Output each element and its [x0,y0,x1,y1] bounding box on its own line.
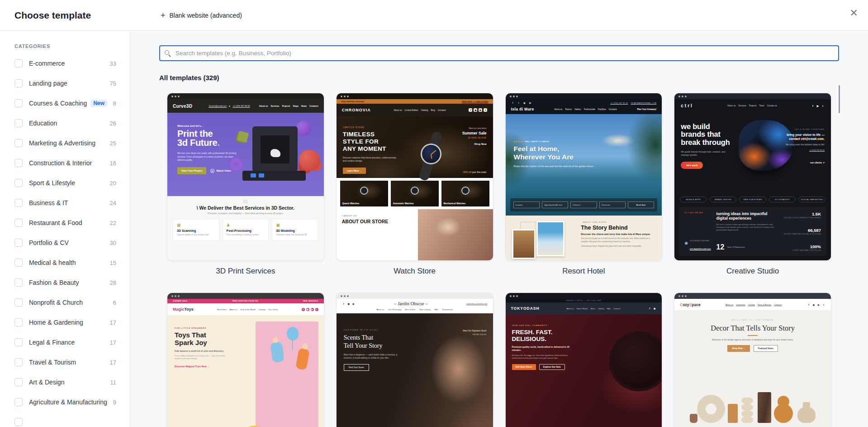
category-item[interactable]: Sport & Lifestyle 20 [14,173,116,193]
template-card-3d-print-services[interactable]: Curve3D 3d.print@email.com+1 (234) 567 8… [167,93,324,276]
facebook-icon: f [648,307,651,310]
category-item[interactable]: Art & Design 11 [14,372,116,392]
template-card-tokyodash[interactable]: ORDER 3 SETS — GET 10% OFF TOKYODASH Abo… [506,293,662,427]
category-item[interactable]: Portfolio & CV 30 [14,233,116,253]
category-count: 28 [110,279,116,286]
category-item[interactable]: Marketing & Advertising 25 [14,133,116,153]
help-note: NEED HELP: +1 (958) 123-4567 [462,101,488,103]
category-label: Art & Design [29,379,65,386]
category-checkbox[interactable] [14,259,23,267]
category-checkbox[interactable] [14,338,23,346]
mini-nav: About usInspirationCatalogNews & Article… [726,303,782,306]
template-thumbnail[interactable]: Curve3D 3d.print@email.com+1 (234) 567 8… [167,93,324,260]
category-checkbox[interactable] [14,358,23,366]
blank-website-button[interactable]: + Blank website (advanced) [161,11,242,19]
category-item[interactable]: Fashion & Beauty 28 [14,273,116,293]
feature-card: ▦3D ScanningCapture details of your prod… [173,219,219,241]
category-item[interactable] [14,412,116,427]
template-card-jardin-obscur[interactable]: f◉▶ – Jardin Obscur – jardinobscur@email… [337,293,493,427]
template-thumbnail[interactable]: FREE SHIPPING FROM $50 NEED HELP: +1 (95… [337,93,493,260]
book-now-button: Book Now [628,202,654,208]
category-item[interactable]: Agriculture & Manufacturing 9 [14,392,116,412]
mini-header-cta: Plan Your Getaway! [637,108,657,110]
category-checkbox[interactable] [14,139,23,147]
category-item[interactable]: Education 26 [14,113,116,133]
category-checkbox[interactable] [14,199,23,207]
category-label: E-commerce [29,60,65,67]
mini-contacts: 3d.print@email.com+1 (234) 567 89 00 [209,105,250,107]
category-checkbox[interactable] [14,398,23,406]
mini-header: f◉▶ – Jardin Obscur – jardinobscur@email… [337,299,493,313]
category-checkbox[interactable] [14,119,23,127]
category-item[interactable]: Legal & Finance 17 [14,332,116,352]
modal-title: Choose template [14,10,91,21]
mini-hero-text: Welcome to the design agency and store o… [674,339,831,341]
category-checkbox[interactable] [14,219,23,227]
twitter-icon: t [517,101,521,105]
contact-block: LET'S WORK TOGETHER bring your vision to… [781,128,825,164]
templates-content: All templates (329) Curve3D 3d.print@ema… [130,31,868,427]
food-photo [536,221,564,256]
category-checkbox[interactable] [14,179,23,187]
category-item[interactable]: Nonprofit & Church 6 [14,293,116,312]
browser-bar [337,293,493,299]
template-card-creative-studio[interactable]: ctrl About usServicesProjectsTeamContact… [674,93,831,276]
category-item[interactable]: E-commerce 33 [14,53,116,73]
youtube-icon: ▶ [311,308,314,311]
section-subtitle: Precision, innovation, and reliability —… [167,212,324,215]
template-thumbnail[interactable]: ft◉▶ +1 (234) 567 89 00ISLADIMARE@EMAIL.… [506,93,662,260]
mini-nav-item: Projects [749,105,757,107]
category-item[interactable]: Landing page 75 [14,73,116,93]
mini-hero-text: We turn your ideas into reality with pro… [177,152,237,162]
template-thumbnail[interactable]: SUMMER SALEFREE SHIPPING FROM $50NEW ARR… [167,293,324,427]
template-card-cozyspace[interactable]: CozySpace About usInspirationCatalogNews… [674,293,831,427]
mini-nav: About usHow It WorksMenuGalleryFAQContac… [566,307,621,310]
template-thumbnail[interactable]: ctrl About usServicesProjectsTeamContact… [674,93,831,260]
category-count: 6 [113,299,116,306]
category-checkbox[interactable] [14,378,23,386]
category-checkbox[interactable] [14,79,23,87]
about-kicker: //ABOUT US [342,215,418,217]
template-thumbnail[interactable]: f◉▶ – Jardin Obscur – jardinobscur@email… [337,293,493,427]
youtube-icon: ▶ [817,303,821,307]
category-checkbox[interactable] [14,239,23,247]
category-checkbox[interactable] [14,159,23,167]
category-item[interactable]: Medical & health 15 [14,253,116,273]
scrollbar-thumb[interactable] [839,85,840,113]
category-checkbox[interactable] [14,318,23,326]
category-label: Legal & Finance [29,339,75,346]
template-card-watch-store[interactable]: FREE SHIPPING FROM $50 NEED HELP: +1 (95… [337,93,493,276]
category-count: 8 [113,100,116,107]
search-input[interactable] [159,45,839,61]
category-label: Restaurant & Food [29,219,82,226]
about-section: · ABOUT OUR HOTEL · The Story Behind Dis… [506,216,662,260]
mini-hero: Welcome and let's... Print the3d Future.… [167,113,324,196]
promo-strip: SUMMER SALEFREE SHIPPING FROM $50NEW ARR… [167,299,324,303]
mini-nav-item: Catalog [259,308,266,311]
youtube-icon: ▶ [529,101,532,105]
close-icon[interactable]: ✕ [850,8,858,18]
mini-nav-item: About us [229,308,237,311]
mini-nav-item: FAQ [607,307,611,310]
template-card-resort-hotel[interactable]: ft◉▶ +1 (234) 567 89 00ISLADIMARE@EMAIL.… [506,93,662,276]
mini-nav: About usLimited EditionCatalogBlogContac… [394,109,446,111]
category-item[interactable]: Business & IT 24 [14,193,116,213]
category-checkbox[interactable] [14,278,23,287]
template-thumbnail[interactable]: ORDER 3 SETS — GET 10% OFF TOKYODASH Abo… [506,293,662,427]
category-checkbox[interactable] [14,59,23,67]
category-checkbox[interactable] [14,99,23,107]
category-item[interactable]: Home & Gardening 17 [14,312,116,332]
category-item[interactable]: Construction & Interior 16 [14,153,116,173]
category-item[interactable]: Restaurant & Food 22 [14,213,116,233]
category-item[interactable]: Courses & Coaching New 8 [14,93,116,113]
category-checkbox[interactable] [14,298,23,307]
template-thumbnail[interactable]: CozySpace About usInspirationCatalogNews… [674,293,831,427]
mini-logo: Curve3D [173,104,192,109]
template-card-magic-toys[interactable]: SUMMER SALEFREE SHIPPING FROM $50NEW ARR… [167,293,324,427]
search-wrap [159,45,839,61]
category-item[interactable]: Travel & Tourism 17 [14,352,116,372]
category-checkbox[interactable] [14,418,23,426]
stats-section: 01 // WHO WE ARE ⊕ LET'S WORK TOGETHER!c… [679,207,826,256]
category-label: Sport & Lifestyle [29,179,75,187]
category-label: Education [29,120,57,127]
